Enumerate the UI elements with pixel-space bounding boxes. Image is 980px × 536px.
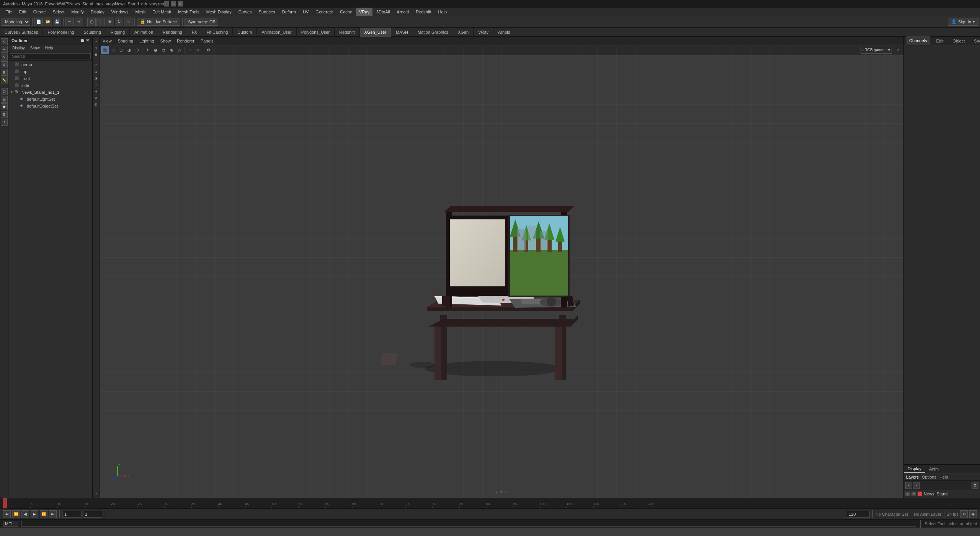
outliner-help-menu[interactable]: Help: [43, 45, 56, 51]
menu-item-edit[interactable]: Edit: [16, 8, 29, 16]
script-mode-field[interactable]: MEL: [3, 521, 18, 527]
anim-settings-btn[interactable]: ⚙: [960, 510, 968, 518]
anim-prefs-btn[interactable]: ◈: [969, 510, 977, 518]
symmetry-button[interactable]: Symmetry: Off: [185, 18, 218, 26]
menu-item-edit-mesh[interactable]: Edit Mesh: [149, 8, 174, 16]
mode-dropdown[interactable]: Modeling: [2, 18, 30, 26]
menu-item-modify[interactable]: Modify: [68, 8, 87, 16]
layer-options-btn[interactable]: ⚙: [972, 482, 978, 489]
tab-arnold[interactable]: Arnold: [493, 28, 515, 37]
transform-icon[interactable]: ⇄: [93, 38, 99, 44]
viewport-renderer-menu[interactable]: Renderer: [174, 37, 198, 45]
tab-redshift[interactable]: Redshift: [335, 28, 359, 37]
tab-animation[interactable]: Animation: [130, 28, 158, 37]
step-forward-btn[interactable]: ⏩: [40, 510, 47, 518]
script-input[interactable]: [21, 521, 916, 527]
viewport-panels-menu[interactable]: Panels: [198, 37, 217, 45]
viewport-show-menu[interactable]: Show: [157, 37, 174, 45]
channels-tab[interactable]: Channels: [906, 36, 930, 46]
display-icon[interactable]: ◑: [93, 75, 99, 81]
new-layer-btn[interactable]: +: [905, 482, 912, 489]
lattice-icon[interactable]: ⊟: [1, 111, 8, 118]
quick-sel-icon[interactable]: ⬡: [1, 88, 8, 95]
tree-item-side[interactable]: 🎥 side: [8, 82, 92, 89]
tab-custom[interactable]: Custom: [233, 28, 257, 37]
outliner-close-icon[interactable]: ✕: [86, 38, 89, 43]
viewport-lighting-menu[interactable]: Lighting: [136, 37, 157, 45]
place-icon[interactable]: ⊞: [1, 69, 8, 76]
menu-item-surfaces[interactable]: Surfaces: [256, 8, 278, 16]
menu-item-mesh[interactable]: Mesh: [132, 8, 149, 16]
tab-xgen[interactable]: XGen: [453, 28, 474, 37]
soft-mod-icon[interactable]: ◎: [1, 96, 8, 103]
tab-fx[interactable]: FX: [187, 28, 202, 37]
menu-item-arnold[interactable]: Arnold: [394, 8, 412, 16]
view-cube-icon[interactable]: ⬡: [93, 62, 99, 68]
anim-tab[interactable]: Anim: [925, 465, 942, 473]
menu-item-file[interactable]: File: [2, 8, 15, 16]
deform-icon[interactable]: ⬣: [1, 103, 8, 110]
tab-polygons-user[interactable]: Polygons_User: [297, 28, 335, 37]
isolate-icon[interactable]: ◎: [93, 101, 99, 107]
menu-item-create[interactable]: Create: [30, 8, 49, 16]
tree-item-persp[interactable]: 🎥 persp: [8, 61, 92, 68]
select-icon[interactable]: ↖: [1, 38, 8, 45]
move-tool-button[interactable]: ✥: [106, 18, 114, 26]
menu-item-curves[interactable]: Curves: [235, 8, 255, 16]
step-back-btn[interactable]: ⏪: [12, 510, 20, 518]
xray-icon[interactable]: ⊛: [93, 95, 99, 101]
display-tab[interactable]: Display: [904, 465, 925, 473]
menu-item-vray[interactable]: VRay: [356, 8, 372, 16]
go-to-start-btn[interactable]: ⏮: [3, 510, 11, 518]
tab-vray[interactable]: VRay: [474, 28, 493, 37]
outliner-show-menu[interactable]: Show: [28, 45, 42, 51]
menu-item-uv[interactable]: UV: [300, 8, 312, 16]
tree-item-front[interactable]: 🎥 front: [8, 75, 92, 82]
viewport-view-menu[interactable]: View: [100, 37, 115, 45]
minimize-button[interactable]: ─: [164, 1, 169, 7]
go-to-end-btn[interactable]: ⏭: [49, 510, 57, 518]
menu-item-windows[interactable]: Windows: [108, 8, 132, 16]
rotate-tool-button[interactable]: ↻: [115, 18, 123, 26]
range-end-field[interactable]: 120: [847, 511, 870, 518]
menu-item-redshift[interactable]: Redshift: [413, 8, 434, 16]
grid-icon[interactable]: ⊞: [93, 69, 99, 75]
tree-item-newsstand[interactable]: ▼ ⊞ News_Stand_nd1_1: [8, 89, 92, 96]
tab-mash[interactable]: MASH: [391, 28, 413, 37]
new-file-button[interactable]: 📄: [34, 18, 43, 26]
no-live-surface-button[interactable]: 🔒 No Live Surface: [137, 18, 180, 26]
layer-playback[interactable]: P: [911, 492, 916, 496]
viewport-shading-menu[interactable]: Shading: [115, 37, 136, 45]
outliner-expand-icon[interactable]: ⊞: [81, 38, 84, 43]
show-tab[interactable]: Show: [971, 36, 980, 46]
tab-rigging[interactable]: Rigging: [106, 28, 130, 37]
close-button[interactable]: ✕: [178, 1, 183, 7]
tree-item-objectset[interactable]: ◈ defaultObjectSet: [8, 103, 92, 109]
menu-item-cache[interactable]: Cache: [337, 8, 355, 16]
undo-button[interactable]: ↩: [65, 18, 74, 26]
play-forward-btn[interactable]: ▶: [31, 510, 38, 518]
timeline-area[interactable]: 1 5 10 15 20 25 30 35 40 45 50: [0, 498, 980, 508]
menu-item-deform[interactable]: Deform: [279, 8, 299, 16]
save-file-button[interactable]: 💾: [53, 18, 61, 26]
layer-row-newsstand[interactable]: V P News_Stand: [904, 490, 980, 498]
tree-item-top[interactable]: 🎥 top: [8, 68, 92, 75]
layer-visibility[interactable]: V: [905, 492, 910, 496]
delete-layer-btn[interactable]: -: [913, 482, 920, 489]
options-tab[interactable]: Options: [922, 475, 936, 479]
menu-item-mesh-display[interactable]: Mesh Display: [203, 8, 235, 16]
sculpt-icon[interactable]: ⊕: [1, 61, 8, 68]
menu-item-select[interactable]: Select: [50, 8, 68, 16]
outliner-display-menu[interactable]: Display: [10, 45, 27, 51]
paint-icon[interactable]: ✏: [1, 46, 8, 53]
tab-poly-modeling[interactable]: Poly Modeling: [43, 28, 79, 37]
tab-curves-surfaces[interactable]: Curves / Surfaces: [0, 28, 43, 37]
menu-item-3dtoall[interactable]: 3DtoAll: [373, 8, 393, 16]
anim-icon[interactable]: ▷: [93, 82, 99, 88]
measure-icon[interactable]: 📏: [1, 77, 8, 83]
crease-icon[interactable]: ⌇: [1, 119, 8, 126]
frame-start-field[interactable]: 1: [62, 511, 82, 518]
sign-in-button[interactable]: 👤 Sign In ▾: [948, 18, 978, 26]
menu-item-generate[interactable]: Generate: [312, 8, 336, 16]
menu-item-display[interactable]: Display: [88, 8, 108, 16]
